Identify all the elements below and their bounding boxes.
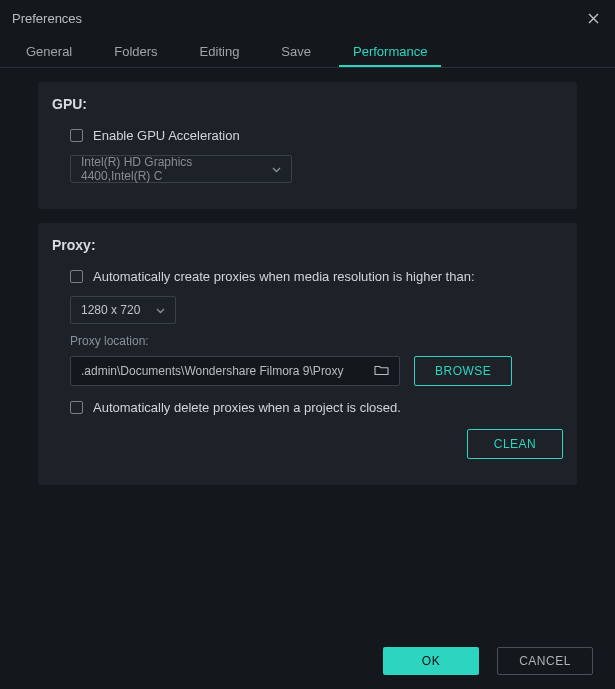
- proxy-auto-delete-row: Automatically delete proxies when a proj…: [52, 400, 563, 415]
- tab-save[interactable]: Save: [267, 36, 325, 67]
- close-icon[interactable]: [583, 8, 603, 28]
- gpu-device-value: Intel(R) HD Graphics 4400,Intel(R) C: [81, 155, 264, 183]
- proxy-resolution-select[interactable]: 1280 x 720: [70, 296, 176, 324]
- proxy-title: Proxy:: [52, 237, 563, 253]
- chevron-down-icon: [272, 162, 281, 176]
- browse-button[interactable]: BROWSE: [414, 356, 512, 386]
- clean-button[interactable]: CLEAN: [467, 429, 563, 459]
- gpu-device-select[interactable]: Intel(R) HD Graphics 4400,Intel(R) C: [70, 155, 292, 183]
- proxy-auto-create-checkbox[interactable]: [70, 270, 83, 283]
- clean-row: CLEAN: [52, 429, 563, 459]
- proxy-auto-create-row: Automatically create proxies when media …: [52, 269, 563, 284]
- proxy-resolution-value: 1280 x 720: [81, 303, 140, 317]
- proxy-auto-delete-checkbox[interactable]: [70, 401, 83, 414]
- cancel-button[interactable]: CANCEL: [497, 647, 593, 675]
- content-area: GPU: Enable GPU Acceleration Intel(R) HD…: [0, 68, 615, 513]
- proxy-path-value: .admin\Documents\Wondershare Filmora 9\P…: [81, 364, 344, 378]
- ok-button[interactable]: OK: [383, 647, 479, 675]
- tab-general[interactable]: General: [12, 36, 86, 67]
- chevron-down-icon: [156, 303, 165, 317]
- window-title: Preferences: [12, 11, 82, 26]
- footer: OK CANCEL: [383, 647, 593, 675]
- gpu-enable-label: Enable GPU Acceleration: [93, 128, 240, 143]
- gpu-enable-row: Enable GPU Acceleration: [52, 128, 563, 143]
- proxy-path-input[interactable]: .admin\Documents\Wondershare Filmora 9\P…: [70, 356, 400, 386]
- gpu-section: GPU: Enable GPU Acceleration Intel(R) HD…: [38, 82, 577, 209]
- proxy-auto-create-label: Automatically create proxies when media …: [93, 269, 475, 284]
- titlebar: Preferences: [0, 0, 615, 36]
- gpu-title: GPU:: [52, 96, 563, 112]
- folder-icon: [374, 364, 389, 379]
- proxy-auto-delete-label: Automatically delete proxies when a proj…: [93, 400, 401, 415]
- tab-editing[interactable]: Editing: [186, 36, 254, 67]
- tab-folders[interactable]: Folders: [100, 36, 171, 67]
- tab-performance[interactable]: Performance: [339, 36, 441, 67]
- tabbar: General Folders Editing Save Performance: [0, 36, 615, 68]
- proxy-path-row: .admin\Documents\Wondershare Filmora 9\P…: [70, 356, 563, 386]
- proxy-location-label: Proxy location:: [70, 334, 563, 348]
- gpu-enable-checkbox[interactable]: [70, 129, 83, 142]
- proxy-section: Proxy: Automatically create proxies when…: [38, 223, 577, 485]
